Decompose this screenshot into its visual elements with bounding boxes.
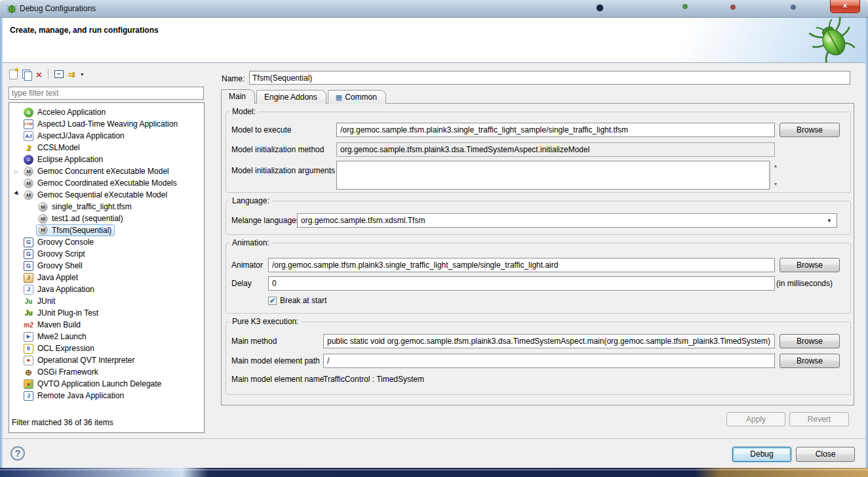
break-at-start-checkbox[interactable]: ✔ Break at start bbox=[268, 296, 326, 305]
browse-model-button[interactable]: Browse bbox=[779, 123, 840, 137]
language-group: Language: Melange languages org.gemoc.sa… bbox=[226, 201, 851, 235]
tree-item-junit[interactable]: JuJUnit bbox=[9, 295, 204, 307]
selected-item-highlight: MTfsm(Sequential) bbox=[36, 224, 115, 236]
window-border-left bbox=[0, 18, 3, 468]
debug-configurations-dialog: Debug Configurations × Create, manage, a… bbox=[0, 0, 868, 477]
melange-languages-label: Melange languages bbox=[231, 216, 300, 225]
toolbar-dropdown-icon[interactable]: ▼ bbox=[80, 72, 85, 77]
debug-bug-icon bbox=[809, 18, 856, 64]
animator-input[interactable] bbox=[268, 258, 775, 272]
gemoc-model-icon: M bbox=[24, 167, 33, 176]
filter-input[interactable] bbox=[9, 87, 204, 100]
tree-item-remote-java[interactable]: JRemote Java Application bbox=[9, 390, 204, 402]
tree-item-junit-plugin-test[interactable]: JuJUnit Plug-in Test bbox=[9, 307, 204, 319]
element-name-label: Main model element name bbox=[231, 375, 324, 384]
scroll-down-icon[interactable]: ▼ bbox=[772, 180, 779, 188]
model-to-execute-input[interactable] bbox=[336, 123, 775, 137]
collapse-all-icon[interactable]: − bbox=[54, 70, 64, 78]
title-bar[interactable]: Debug Configurations × bbox=[0, 0, 868, 18]
melange-languages-select[interactable]: org.gemoc.sample.tfsm.xdsml.Tfsm ▼ bbox=[297, 213, 837, 228]
tree-item-aspectj-ltw[interactable]: LTWAspectJ Load-Time Weaving Application bbox=[9, 118, 204, 130]
init-args-textarea[interactable] bbox=[336, 161, 770, 190]
junit-icon: Ju bbox=[24, 297, 33, 306]
delete-icon[interactable]: × bbox=[36, 70, 42, 79]
tab-main[interactable]: Main bbox=[221, 89, 255, 104]
apply-button[interactable]: Apply bbox=[726, 412, 785, 426]
tree-item-gemoc-sequential[interactable]: ▶MGemoc Sequential eXecutable Model bbox=[9, 189, 204, 201]
java-applet-icon: J bbox=[24, 273, 33, 283]
filter-icon[interactable]: ⇉ bbox=[68, 70, 75, 79]
tree-item-java-applet[interactable]: JJava Applet bbox=[9, 272, 204, 283]
model-to-execute-label: Model to execute bbox=[231, 125, 291, 135]
tree-item-qvto-delegate[interactable]: ●QVTO Application Launch Delegate bbox=[9, 378, 204, 390]
tree-item-test1-ad[interactable]: Mtest1.ad (sequential) bbox=[9, 213, 204, 224]
main-method-input[interactable] bbox=[323, 334, 775, 348]
close-icon[interactable]: × bbox=[830, 0, 860, 13]
tree-item-java-application[interactable]: JJava Application bbox=[9, 283, 204, 295]
tree-item-single-traffic-light[interactable]: Msingle_traffic_light.tfsm bbox=[9, 201, 204, 213]
qvt-icon: ● bbox=[24, 356, 33, 365]
browse-element-path-button[interactable]: Browse bbox=[779, 354, 840, 368]
tree-item-osgi-framework[interactable]: ⊕OSGi Framework bbox=[9, 366, 204, 378]
tree-item-operational-qvt[interactable]: ●Operational QVT Interpreter bbox=[9, 354, 204, 366]
window-border-right bbox=[865, 18, 868, 468]
element-path-input[interactable] bbox=[323, 354, 775, 368]
animation-group: Animation: Animator Browse Delay (in mil… bbox=[226, 243, 851, 314]
debug-button[interactable]: Debug bbox=[732, 447, 791, 462]
tree-item-ccslmodel[interactable]: 2CCSLModel bbox=[9, 142, 204, 154]
java-application-icon: J bbox=[24, 285, 33, 295]
dialog-body: ✶ × − ⇉ ▼ aAcceleo Application LTWAspect… bbox=[0, 63, 868, 438]
init-method-field bbox=[336, 142, 775, 157]
tree-item-maven-build[interactable]: m2Maven Build bbox=[9, 319, 204, 331]
tree-item-eclipse-application[interactable]: ≡Eclipse Application bbox=[9, 154, 204, 165]
page-title: Create, manage, and run configurations bbox=[10, 26, 159, 35]
gemoc-model-icon: M bbox=[24, 190, 33, 200]
tree-item-groovy-script[interactable]: GGroovy Script bbox=[9, 248, 204, 260]
tree-item-acceleo[interactable]: aAcceleo Application bbox=[9, 106, 204, 118]
tree-item-aspectj-java[interactable]: AJAspectJ/Java Application bbox=[9, 130, 204, 142]
pure-k3-group: Pure K3 execution: Main method Browse Ma… bbox=[226, 321, 851, 395]
dialog-footer: ? Debug Close bbox=[0, 438, 868, 468]
dialog-header: Create, manage, and run configurations bbox=[2, 18, 866, 63]
tree-item-gemoc-coordinated[interactable]: MGemoc Coordinated eXecutable Models bbox=[9, 177, 204, 189]
collapse-icon[interactable]: ▶ bbox=[14, 190, 24, 200]
language-legend: Language: bbox=[229, 196, 272, 205]
scroll-up-icon[interactable]: ▲ bbox=[772, 162, 779, 170]
tree-item-gemoc-concurrent[interactable]: ▷MGemoc Concurrent eXecutable Model bbox=[9, 165, 204, 177]
name-input[interactable] bbox=[249, 71, 850, 85]
element-path-label: Main model element path bbox=[231, 356, 320, 365]
groovy-icon: G bbox=[24, 238, 33, 247]
duplicate-icon[interactable] bbox=[22, 70, 31, 79]
tree-item-groovy-console[interactable]: GGroovy Console bbox=[9, 236, 204, 248]
maven-icon: m2 bbox=[24, 320, 33, 330]
k3-legend: Pure K3 execution: bbox=[229, 317, 301, 326]
gemoc-model-icon: M bbox=[24, 178, 33, 188]
delay-input[interactable] bbox=[268, 276, 775, 291]
osgi-icon: ⊕ bbox=[24, 367, 33, 377]
animator-label: Animator bbox=[231, 260, 263, 270]
expand-icon[interactable]: ▷ bbox=[14, 169, 24, 175]
browse-main-method-button[interactable]: Browse bbox=[779, 334, 840, 348]
tab-engine-addons[interactable]: Engine Addons bbox=[256, 90, 326, 104]
args-scrollbar[interactable]: ▲ ▼ bbox=[770, 161, 779, 189]
configurations-toolbar: ✶ × − ⇉ ▼ bbox=[9, 68, 85, 81]
name-label: Name: bbox=[222, 74, 245, 83]
gemoc-model-icon: M bbox=[38, 214, 48, 224]
revert-button[interactable]: Revert bbox=[789, 412, 849, 426]
browse-animator-button[interactable]: Browse bbox=[779, 258, 840, 272]
tree-item-ocl-expression[interactable]: 0OCL Expression bbox=[9, 342, 204, 354]
gemoc-model-icon: M bbox=[38, 225, 48, 235]
checkbox-check-icon[interactable]: ✔ bbox=[268, 297, 277, 305]
tree-item-mwe2-launch[interactable]: ▶Mwe2 Launch bbox=[9, 331, 204, 342]
tree-item-tfsm-sequential-selected[interactable]: MTfsm(Sequential) bbox=[9, 224, 204, 236]
ccsl-icon: 2 bbox=[24, 143, 33, 153]
help-icon[interactable]: ? bbox=[10, 446, 25, 461]
new-configuration-icon[interactable]: ✶ bbox=[9, 70, 18, 79]
junit-plugin-icon: Ju bbox=[24, 308, 33, 318]
delay-label: Delay bbox=[231, 279, 252, 288]
close-button[interactable]: Close bbox=[796, 447, 855, 462]
ltw-icon: LTW bbox=[24, 119, 33, 129]
mwe2-icon: ▶ bbox=[24, 332, 33, 342]
tree-item-groovy-shell[interactable]: GGroovy Shell bbox=[9, 260, 204, 272]
tab-common[interactable]: ▦Common bbox=[328, 90, 386, 104]
